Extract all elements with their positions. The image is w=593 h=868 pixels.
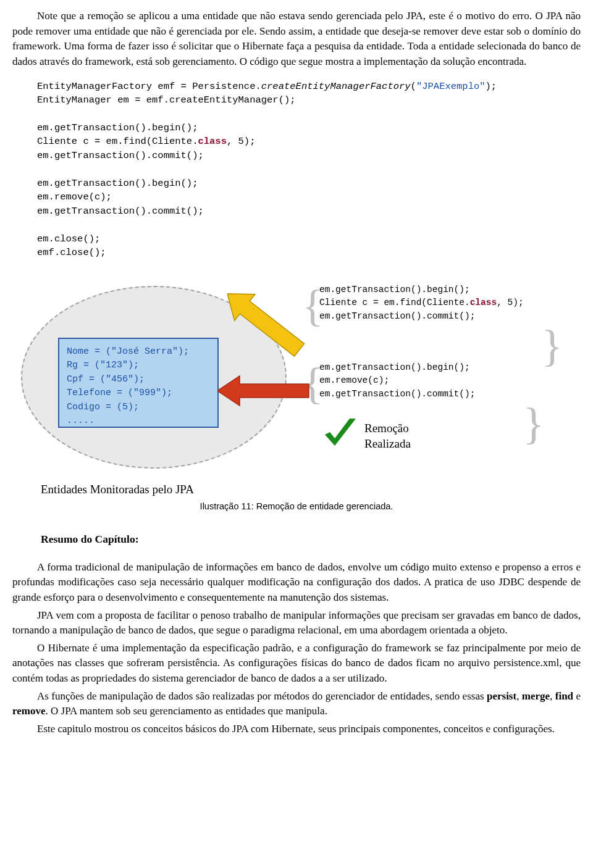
summary-p5: Este capitulo mostrou os conceitos básic… xyxy=(12,722,581,737)
brace-left-icon: { xyxy=(302,283,324,328)
checkmark-icon xyxy=(321,415,360,453)
summary-p1: A forma tradicional de manipulação de in… xyxy=(12,560,581,606)
entity-attributes-box: Nome = ("José Serra"); Rg = ("123"); Cpf… xyxy=(58,338,219,428)
code-snippet-remove: { em.getTransaction().begin(); em.remove… xyxy=(312,361,534,401)
code-block-main: EntityManagerFactory emf = Persistence.c… xyxy=(37,80,581,260)
code-snippet-find: { em.getTransaction().begin(); Cliente c… xyxy=(312,283,553,323)
section-heading: Resumo do Capítulo: xyxy=(41,532,581,547)
summary-p4: As funções de manipulação de dados são r… xyxy=(12,689,581,719)
brace-right-icon: } xyxy=(523,401,544,446)
diagram-container: Nome = ("José Serra"); Rg = ("123"); Cpf… xyxy=(12,276,581,511)
brace-right-icon: } xyxy=(541,323,563,368)
intro-paragraph: Note que a remoção se aplicou a uma enti… xyxy=(12,9,581,70)
arrow-red-icon xyxy=(217,373,310,408)
summary-p2: JPA vem com a proposta de facilitar o pe… xyxy=(12,608,581,638)
summary-p3: O Hibernate é uma implementação da espec… xyxy=(12,641,581,686)
svg-marker-1 xyxy=(217,376,309,406)
success-label: Remoção Realizada xyxy=(364,420,411,452)
